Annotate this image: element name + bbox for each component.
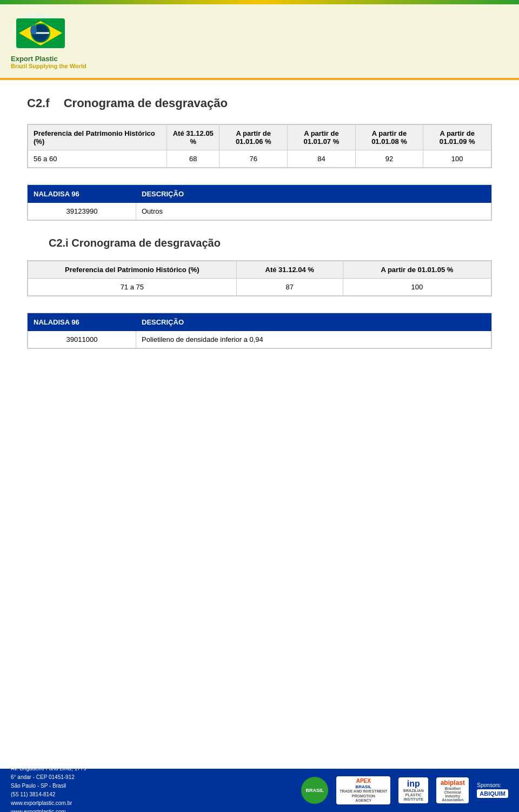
header-top-bar [0, 0, 519, 4]
naladisa-f-desc: Outros [136, 203, 491, 220]
logo-svg [11, 13, 81, 54]
page-header: Export Plastic Brazil Supplying the Worl… [0, 4, 519, 80]
footer-addr2: 6° andar - CEP 01451-912 [11, 773, 86, 782]
footer-address: Av. Brigadeiro Faria Lima, 1779 6° andar… [11, 764, 86, 812]
inp-logo-text: inp [402, 779, 425, 789]
i-row-col3: 100 [343, 279, 491, 296]
abiquim-logo: ABIQUIM [477, 789, 508, 798]
svg-point-7 [30, 26, 37, 35]
naladisa-i-desc: Polietileno de densidade inferior a 0,94 [136, 331, 491, 348]
abiplast-logo: abiplast Brazilian Chemical Industry Ass… [436, 777, 469, 803]
naladisa-f-label: NALADISA 96 [28, 186, 136, 203]
section-f-schedule-table: Preferencia del Patrimonio Histórico (%)… [27, 124, 492, 168]
apex-logo-text: APEX [340, 778, 387, 784]
f-row-col4: 84 [288, 150, 356, 168]
f-row-col5: 92 [355, 150, 423, 168]
schedule-f-header-row: Preferencia del Patrimonio Histórico (%)… [28, 125, 491, 150]
section-i-heading: C2.i Cronograma de desgravação [49, 237, 492, 249]
apex-logo: APEX BRASIL TRADE AND INVESTMENTPROMOTIO… [336, 776, 390, 805]
i-row-col2: 87 [236, 279, 343, 296]
col3-header: A partir de 01.01.06 % [219, 125, 288, 150]
schedule-f-data-row: 56 a 60 68 76 84 92 100 [28, 150, 491, 168]
naladisa-f-code: 39123990 [28, 203, 136, 220]
apex-logo-brasil: BRASIL [340, 784, 387, 790]
brasil-logo: BRASIL [301, 777, 328, 804]
naladisa-f-data-row: 39123990 Outros [28, 203, 491, 220]
apex-logo-tagline: TRADE AND INVESTMENTPROMOTIONAGENCY [340, 789, 387, 803]
footer-addr5: www.exportplastic.com.br [11, 799, 86, 808]
naladisa-i-code: 39011000 [28, 331, 136, 348]
footer-addr6: www.exportplastic.com [11, 808, 86, 812]
footer-addr4: (55 11) 3814-8142 [11, 790, 86, 799]
section-f-naladisa-table: NALADISA 96 DESCRIÇÃO 39123990 Outros [27, 184, 492, 221]
section-i-title: Cronograma de desgravação [71, 237, 221, 249]
section-f-title: Cronograma de desgravação [64, 96, 228, 110]
col2-header: Até 31.12.05 % [167, 125, 219, 150]
logo-brand: Export Plastic [11, 55, 86, 63]
abiplast-logo-sub: Brazilian Chemical Industry Association [440, 787, 465, 802]
naladisa-i-data-row: 39011000 Polietileno de densidade inferi… [28, 331, 491, 348]
footer-addr3: São Paulo - SP - Brasil [11, 782, 86, 790]
col5-header: A partir de 01.01.08 % [355, 125, 423, 150]
page-footer: Av. Brigadeiro Faria Lima, 1779 6° andar… [0, 769, 519, 812]
sponsors-label: Sponsors: [477, 782, 501, 788]
brasil-logo-text: BRASIL [306, 788, 324, 793]
footer-logos: BRASIL APEX BRASIL TRADE AND INVESTMENTP… [301, 776, 508, 805]
inp-logo-sub: BRAZILIANPLASTICINSTITUTE [402, 789, 425, 801]
logo-sub: Brazil Supplying the World [11, 63, 86, 69]
main-content: C2.f Cronograma de desgravação Preferenc… [0, 80, 519, 381]
inp-logo: inp BRAZILIANPLASTICINSTITUTE [398, 777, 428, 803]
i-col2-header: Até 31.12.04 % [236, 261, 343, 279]
f-row-col2: 68 [167, 150, 219, 168]
i-col1-header: Preferencia del Patrimonio Histórico (%) [28, 261, 237, 279]
section-i-schedule-table: Preferencia del Patrimonio Histórico (%)… [27, 260, 492, 296]
section-f-id: C2.f [27, 96, 50, 110]
section-i-naladisa-table: NALADISA 96 DESCRIÇÃO 39011000 Polietile… [27, 313, 492, 349]
col4-header: A partir de 01.01.07 % [288, 125, 356, 150]
f-row-col6: 100 [423, 150, 491, 168]
sponsors-section: Sponsors: ABIQUIM [477, 782, 508, 798]
descricao-f-label: DESCRIÇÃO [136, 186, 491, 203]
section-i-id: C2.i [49, 237, 69, 249]
schedule-i-header-row: Preferencia del Patrimonio Histórico (%)… [28, 261, 491, 279]
col6-header: A partir de 01.01.09 % [423, 125, 491, 150]
naladisa-f-header-row: NALADISA 96 DESCRIÇÃO [28, 186, 491, 203]
f-row-col1: 56 a 60 [28, 150, 167, 168]
section-f-heading: C2.f Cronograma de desgravação [27, 96, 492, 110]
footer-addr1: Av. Brigadeiro Faria Lima, 1779 [11, 764, 86, 773]
naladisa-i-header-row: NALADISA 96 DESCRIÇÃO [28, 314, 491, 331]
col1-header: Preferencia del Patrimonio Histórico (%) [28, 125, 167, 150]
schedule-i-data-row: 71 a 75 87 100 [28, 279, 491, 296]
f-row-col3: 76 [219, 150, 288, 168]
i-col3-header: A partir de 01.01.05 % [343, 261, 491, 279]
abiplast-logo-text: abiplast [440, 779, 465, 787]
i-row-col1: 71 a 75 [28, 279, 237, 296]
naladisa-i-label: NALADISA 96 [28, 314, 136, 331]
descricao-i-label: DESCRIÇÃO [136, 314, 491, 331]
logo-area: Export Plastic Brazil Supplying the Worl… [11, 13, 86, 69]
